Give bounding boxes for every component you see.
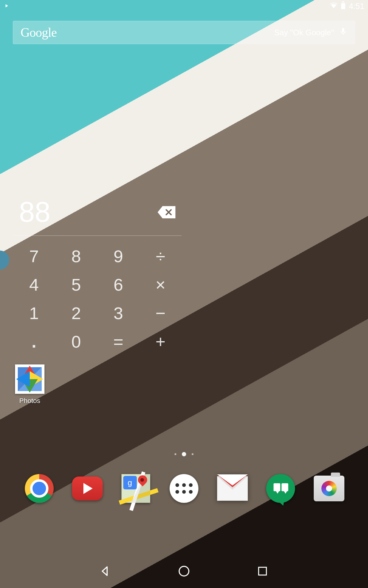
clock-text: 4:51 [349,2,364,11]
calculator-widget: 88 7 8 9 ÷ 4 5 6 × 1 2 3 − . 0 = + [13,196,182,356]
back-button[interactable] [97,563,114,580]
navigation-bar [0,554,368,588]
key-4[interactable]: 4 [13,270,55,299]
backspace-button[interactable] [158,206,175,218]
chrome-icon [25,474,54,503]
photos-app-shortcut[interactable]: Photos [10,364,50,405]
google-search-bar[interactable]: Google Say "Ok Google" [13,21,355,44]
calculator-display: 88 [19,196,50,228]
hangouts-app[interactable] [265,473,296,504]
key-1[interactable]: 1 [13,299,55,327]
page-dot [174,453,176,455]
maps-icon: g [121,474,150,503]
page-dot-current [182,452,186,456]
voice-prompt-text: Say "Ok Google" [274,28,334,37]
key-3[interactable]: 3 [97,299,140,327]
key-minus[interactable]: − [140,299,182,327]
battery-icon [341,1,346,11]
app-drawer-button[interactable] [169,473,199,504]
key-7[interactable]: 7 [13,242,55,270]
youtube-icon [72,477,103,500]
youtube-app[interactable] [72,473,103,504]
camera-app[interactable] [314,473,344,504]
key-divide[interactable]: ÷ [140,242,182,270]
play-indicator-icon [4,2,9,10]
svg-point-3 [179,566,189,576]
gmail-app[interactable] [217,473,248,504]
page-indicator[interactable] [174,452,194,456]
chrome-app[interactable] [24,473,55,504]
google-logo: Google [21,25,57,40]
key-8[interactable]: 8 [55,242,98,270]
dock: g [0,466,368,511]
hangouts-icon [266,474,295,503]
key-multiply[interactable]: × [140,270,182,299]
key-equals[interactable]: = [97,327,140,356]
microphone-icon[interactable] [339,27,347,38]
svg-rect-2 [343,1,344,2]
page-dot [192,453,194,455]
key-9[interactable]: 9 [97,242,140,270]
key-6[interactable]: 6 [97,270,140,299]
app-drawer-icon [170,474,198,503]
recents-button[interactable] [254,563,271,580]
key-2[interactable]: 2 [55,299,98,327]
svg-rect-1 [341,3,345,9]
status-bar: 4:51 [0,0,368,12]
home-button[interactable] [175,563,193,580]
photos-icon [15,364,44,394]
svg-rect-4 [259,567,266,575]
maps-app[interactable]: g [121,473,151,504]
wifi-icon [330,1,338,11]
camera-icon [314,476,344,501]
key-0[interactable]: 0 [55,327,98,356]
key-plus[interactable]: + [140,327,182,356]
gmail-icon [217,476,248,501]
key-decimal[interactable]: . [13,327,55,356]
key-5[interactable]: 5 [55,270,98,299]
photos-label: Photos [19,397,40,405]
